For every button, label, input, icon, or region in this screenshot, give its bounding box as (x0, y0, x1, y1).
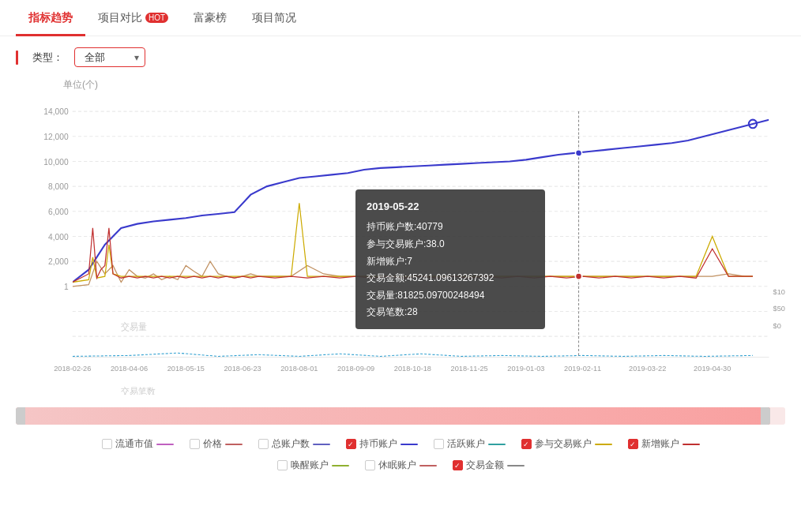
tab-compare[interactable]: 项目对比 HOT (85, 0, 181, 36)
svg-text:8,000: 8,000 (48, 182, 69, 191)
svg-point-41 (575, 273, 581, 279)
svg-text:交易笔数: 交易笔数 (121, 387, 155, 395)
scrollbar-handle-left[interactable] (16, 407, 25, 425)
legend-jiaoyijine[interactable]: 交易金额 (453, 459, 525, 472)
legend-label-jiaoyijine: 交易金额 (466, 459, 504, 472)
svg-text:2018-05-15: 2018-05-15 (167, 365, 205, 373)
legend-line-huanjing (332, 465, 349, 466)
svg-text:2019-04-30: 2019-04-30 (694, 365, 731, 373)
legend-row-1: 流通市值 价格 总账户数 持币账户 活跃账户 参与交易账户 (24, 437, 777, 451)
svg-text:12,000: 12,000 (43, 133, 69, 141)
legend-line-liutongshizhi (156, 444, 174, 445)
type-select[interactable]: 全部 主链 平台币 DeFi NFT (74, 47, 145, 67)
legend-cb-zongzhanghushu[interactable] (258, 439, 269, 449)
svg-text:2018-08-01: 2018-08-01 (280, 365, 318, 373)
legend-label-chichizhanghushu: 持币账户 (359, 437, 397, 451)
svg-text:1: 1 (64, 283, 69, 291)
legend-line-zongzhanghushu (313, 444, 330, 445)
svg-text:6,000: 6,000 (48, 208, 69, 216)
scrollbar-handle-right[interactable] (761, 407, 770, 425)
legend-line-huoyue (488, 444, 506, 445)
legend-label-zongzhanghushu: 总账户数 (272, 437, 310, 451)
legend-xiuminzhanghushu[interactable]: 休眠账户 (365, 459, 437, 472)
legend-line-chichizhanghushu (400, 444, 418, 445)
legend-cb-huoyue[interactable] (434, 439, 444, 449)
legend-cb-canyujiaoyi[interactable] (521, 439, 532, 449)
legend-label-huanjing: 唤醒账户 (291, 459, 329, 472)
tab-compare-label: 项目对比 (98, 11, 142, 25)
svg-text:2018-04-06: 2018-04-06 (111, 365, 148, 373)
legend-line-xinzeng (683, 444, 700, 445)
legend-line-canyujiaoyi (595, 444, 612, 445)
svg-text:2,000: 2,000 (48, 257, 69, 266)
scrollbar-thumb (16, 407, 770, 425)
svg-text:$0: $0 (773, 321, 781, 329)
legend-jiage[interactable]: 价格 (190, 437, 243, 451)
svg-point-39 (575, 150, 581, 156)
chart-container: 单位(个) 14,000 12,000 10,000 8,000 (0, 78, 801, 403)
legend-cb-huanjing[interactable] (277, 460, 288, 470)
chart-area: 14,000 12,000 10,000 8,000 6,000 4,000 2… (16, 95, 785, 395)
tab-indicator-label: 指标趋势 (28, 11, 73, 25)
svg-text:2018-09-09: 2018-09-09 (337, 365, 374, 373)
legend-label-jiage: 价格 (203, 437, 222, 451)
svg-text:2018-11-25: 2018-11-25 (451, 365, 488, 373)
toolbar: 类型： 全部 主链 平台币 DeFi NFT (0, 36, 801, 78)
main-chart-svg: 14,000 12,000 10,000 8,000 6,000 4,000 2… (16, 95, 785, 395)
svg-text:14,000: 14,000 (43, 107, 69, 116)
legend-label-canyujiaoyi: 参与交易账户 (535, 437, 592, 451)
type-indicator (16, 51, 18, 65)
legend-xinzengzhanghushu[interactable]: 新增账户 (628, 437, 700, 451)
chart-scrollbar[interactable] (16, 407, 785, 425)
chart-y-label: 单位(个) (63, 78, 785, 92)
legend-liutongshizhi[interactable]: 流通市值 (102, 437, 174, 451)
legend-huoyuezhanghushu[interactable]: 活跃账户 (434, 437, 506, 451)
legend-cb-xiumin[interactable] (365, 460, 375, 470)
legend-line-xiumin (419, 465, 437, 466)
svg-text:2018-10-18: 2018-10-18 (394, 365, 431, 373)
legend-cb-jiage[interactable] (190, 439, 200, 449)
legend-huanjingzhanghushu[interactable]: 唤醒账户 (277, 459, 349, 472)
svg-text:10,000: 10,000 (43, 158, 69, 167)
type-label: 类型： (32, 51, 63, 65)
tab-overview-label: 项目简况 (252, 11, 296, 25)
legend-cb-liutongshizhi[interactable] (102, 439, 112, 449)
svg-text:2018-02-26: 2018-02-26 (54, 365, 91, 373)
legend-cb-xinzeng[interactable] (628, 439, 638, 449)
legend-label-liutongshizhi: 流通市值 (115, 437, 153, 451)
legend-label-xinzeng: 新增账户 (641, 437, 679, 451)
legend-cb-chichizhanghushu[interactable] (346, 439, 356, 449)
svg-text:4,000: 4,000 (48, 233, 69, 242)
tab-indicator[interactable]: 指标趋势 (16, 0, 85, 36)
legend-zongzhanghushu[interactable]: 总账户数 (258, 437, 330, 451)
legend-chichizhanghushu[interactable]: 持币账户 (346, 437, 418, 451)
header-tabs: 指标趋势 项目对比 HOT 富豪榜 项目简况 (0, 0, 801, 36)
legend-label-huoyue: 活跃账户 (447, 437, 485, 451)
tab-rich-label: 富豪榜 (194, 11, 227, 25)
tab-overview[interactable]: 项目简况 (239, 0, 309, 36)
legend-cb-jiaoyijine[interactable] (453, 460, 463, 470)
legend-line-jiaoyijine (507, 465, 525, 466)
legend-line-jiage (225, 444, 243, 445)
svg-rect-0 (73, 95, 769, 362)
legend-canyujiaoyizhanghushu[interactable]: 参与交易账户 (521, 437, 612, 451)
svg-text:2019-02-11: 2019-02-11 (564, 365, 601, 373)
svg-text:$50,000,000: $50,000,000 (773, 305, 785, 313)
type-select-wrapper: 全部 主链 平台币 DeFi NFT (74, 47, 145, 67)
svg-text:$100,000,000: $100,000,000 (773, 288, 785, 296)
svg-text:2019-01-03: 2019-01-03 (507, 365, 544, 373)
svg-text:2019-03-22: 2019-03-22 (629, 365, 666, 373)
svg-text:2018-06-23: 2018-06-23 (224, 365, 261, 373)
tab-compare-badge: HOT (145, 13, 168, 23)
legend-label-xiumin: 休眠账户 (378, 459, 416, 472)
legend-row-2: 唤醒账户 休眠账户 交易金额 (24, 459, 777, 472)
legend-area: 流通市值 价格 总账户数 持币账户 活跃账户 参与交易账户 (0, 429, 801, 483)
svg-text:交易量: 交易量 (121, 322, 147, 332)
tab-rich[interactable]: 富豪榜 (181, 0, 239, 36)
